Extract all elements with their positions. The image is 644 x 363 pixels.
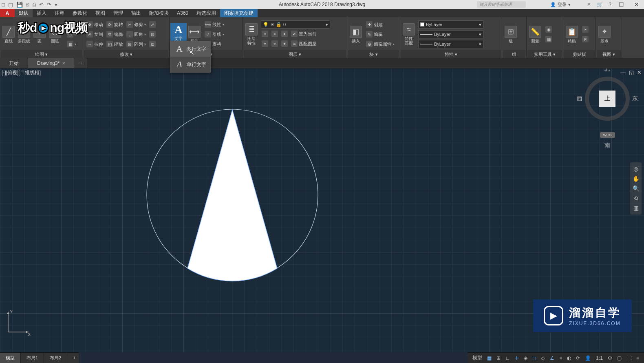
tab-featured[interactable]: 精选应用 [192, 9, 220, 17]
qat-open-icon[interactable]: ▢ [8, 2, 13, 8]
linear-dim-button[interactable]: ⟷线性▾ [204, 20, 225, 29]
viewcube-east[interactable]: 东 [632, 95, 638, 102]
vp-restore-icon[interactable]: ◱ [629, 69, 634, 75]
viewport-label[interactable]: [-][俯视][二维线框] [2, 69, 41, 76]
mod-icon-2[interactable]: ⊡ [148, 30, 157, 39]
mod-icon-3[interactable]: ⊆ [148, 40, 157, 49]
mirror-button[interactable]: ⧉镜像 [106, 30, 124, 39]
nav-zoom-icon[interactable]: 🔍 [633, 185, 640, 192]
layer-icon-6[interactable]: ✦ [280, 39, 289, 48]
status-max-icon[interactable]: ▢ [615, 355, 623, 361]
file-tab-drawing3[interactable]: Drawing3*✕ [28, 58, 75, 68]
array-button[interactable]: ⊞阵列▾ [126, 40, 147, 49]
status-lwt-icon[interactable]: ≡ [558, 355, 564, 361]
panel-group-label[interactable]: 组 [503, 51, 525, 58]
block-edit-button[interactable]: ✎编辑 [365, 30, 395, 39]
insert-block-button[interactable]: ◧插入 [348, 24, 364, 45]
wcs-badge[interactable]: WCS [600, 132, 615, 138]
layout-tab-layout2[interactable]: 布局2 [44, 353, 67, 363]
tab-addins[interactable]: 附加模块 [145, 9, 173, 17]
tab-manage[interactable]: 管理 [109, 9, 127, 17]
nav-pan-icon[interactable]: ✋ [633, 175, 640, 182]
status-gear-icon[interactable]: ⚙ [606, 355, 614, 361]
layer-icon-2[interactable]: ✧ [271, 29, 279, 38]
panel-clipboard-label[interactable]: 剪贴板 [564, 51, 595, 58]
basepoint-button[interactable]: ⌖基点 [597, 24, 612, 45]
status-custom-icon[interactable]: ≡ [635, 355, 641, 361]
status-ortho-icon[interactable]: ∟ [504, 355, 512, 361]
nav-wheel-icon[interactable]: ◎ [633, 166, 638, 172]
panel-utilities-label[interactable]: 实用工具 ▾ [527, 51, 562, 58]
panel-modify-label[interactable]: 修改 ▾ [84, 51, 168, 58]
layout-tab-add[interactable]: + [67, 353, 79, 363]
qat-new-icon[interactable]: □ [2, 2, 5, 8]
status-clean-icon[interactable]: ⛶ [625, 355, 633, 361]
viewcube-top-face[interactable]: 上 [599, 91, 615, 107]
status-cycling-icon[interactable]: ⟳ [574, 355, 582, 361]
vp-close-icon[interactable]: ✕ [637, 69, 642, 75]
util-1[interactable]: ◉ [545, 25, 553, 34]
measure-button[interactable]: 📏测量 [527, 24, 543, 45]
status-scale[interactable]: 1:1 [594, 355, 604, 361]
panel-layers-label[interactable]: 图层 ▾ [244, 51, 346, 58]
dtext-menu-item[interactable]: A单行文字 [170, 57, 210, 72]
close-tab-icon[interactable]: ✕ [62, 58, 66, 69]
status-annomonitor-icon[interactable]: 👤 [583, 355, 593, 361]
exchange-icon[interactable]: ✕ [587, 2, 591, 7]
layer-combo[interactable]: 💡 ☀ 🔓 0 ▾ [261, 20, 330, 29]
panel-draw-label[interactable]: 绘图 ▾ [1, 51, 82, 58]
lineweight-combo[interactable]: ByLayer▾ [418, 30, 483, 38]
tab-output[interactable]: 输出 [127, 9, 145, 17]
trim-button[interactable]: ✂修剪▾ [126, 20, 147, 29]
maximize-button[interactable]: ☐ [615, 1, 627, 8]
layer-make-current[interactable]: ✔置为当前 [290, 29, 318, 38]
tab-default[interactable]: 默认 [15, 9, 33, 17]
block-attr-button[interactable]: ⚙编辑属性▾ [365, 40, 395, 49]
tab-insert[interactable]: 插入 [33, 9, 51, 17]
layout-tab-layout1[interactable]: 布局1 [21, 353, 44, 363]
mtext-menu-item[interactable]: A多行文字 [170, 41, 210, 57]
layer-icon-5[interactable]: ✧ [271, 39, 279, 48]
block-create-button[interactable]: ✚创建 [365, 20, 395, 29]
new-tab-button[interactable]: + [75, 58, 87, 68]
qat-undo-icon[interactable]: ↶ [39, 2, 44, 8]
help-search-input[interactable]: 键入关键字或短语 [477, 1, 526, 8]
layer-icon-3[interactable]: ✦ [280, 29, 289, 38]
leader-button[interactable]: ↗引线▾ [204, 30, 225, 39]
linetype-combo[interactable]: ByLayer▾ [418, 40, 483, 48]
qat-print-icon[interactable]: ⎙ [33, 2, 36, 8]
group-button[interactable]: ⊞组 [503, 24, 518, 45]
close-button[interactable]: ✕ [631, 1, 642, 8]
nav-orbit-icon[interactable]: ⟲ [633, 195, 638, 201]
tab-parametric[interactable]: 参数化 [68, 9, 91, 17]
draw-misc-3[interactable]: ▦▾ [66, 40, 77, 49]
copy-button[interactable]: ⎘复制 [86, 30, 104, 39]
viewcube-west[interactable]: 西 [577, 95, 582, 102]
status-otrack-icon[interactable]: ∠ [548, 355, 556, 361]
status-osnap-icon[interactable]: ◻ [531, 355, 538, 361]
file-tab-start[interactable]: 开始 [0, 58, 28, 68]
nav-showmotion-icon[interactable]: ▥ [633, 205, 639, 211]
ucs-icon[interactable]: X Y [4, 308, 33, 336]
status-isoplane-icon[interactable]: ◈ [522, 355, 529, 361]
copy-icon[interactable]: ⎘ [581, 35, 589, 44]
layer-match-button[interactable]: ≋匹配图层 [290, 39, 318, 48]
util-2[interactable]: ▦ [545, 35, 553, 44]
line-button[interactable]: ╱直线 [1, 24, 16, 45]
paste-button[interactable]: 📋粘贴 [564, 24, 580, 45]
match-properties-button[interactable]: ≈特性 匹配 [401, 22, 417, 47]
status-model[interactable]: 模型 [471, 354, 484, 361]
app-menu-button[interactable]: A [0, 9, 15, 17]
layer-icon-4[interactable]: ✦ [261, 39, 269, 48]
panel-block-label[interactable]: 块 ▾ [348, 51, 399, 58]
layer-icon-1[interactable]: ✦ [261, 29, 269, 38]
status-polar-icon[interactable]: ✛ [513, 355, 520, 361]
mod-icon-1[interactable]: ⤢ [148, 20, 157, 29]
drawing-canvas[interactable]: [-][俯视][二维线框] — ◱ ✕ X Y 北 西 上 东 南 WCS ◎ … [0, 69, 644, 352]
cut-icon[interactable]: ✂ [581, 25, 589, 34]
stretch-button[interactable]: ↔拉伸 [86, 40, 104, 49]
scale-button[interactable]: ◱缩放 [106, 40, 124, 49]
tab-a360[interactable]: A360 [173, 9, 192, 17]
tab-annotate[interactable]: 注释 [51, 9, 68, 17]
move-button[interactable]: ✥移动 [86, 20, 104, 29]
